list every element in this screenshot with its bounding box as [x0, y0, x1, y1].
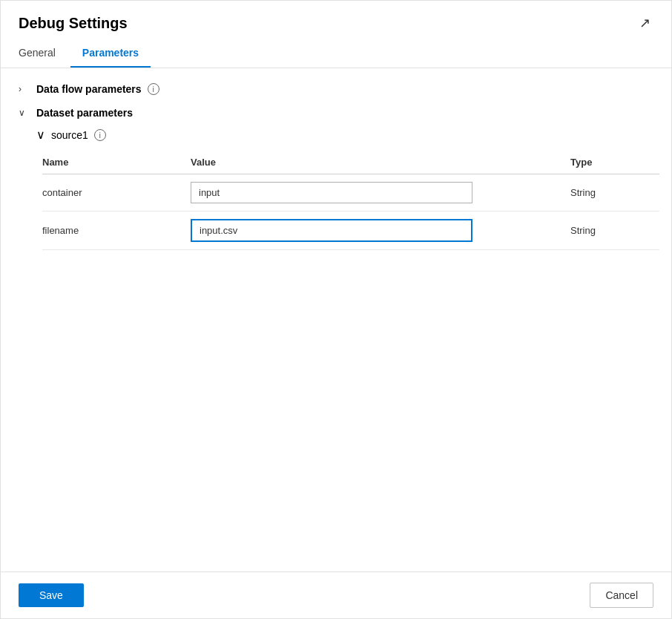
data-flow-info-icon[interactable]: i: [148, 83, 159, 95]
cancel-button[interactable]: Cancel: [590, 583, 653, 608]
col-header-value: Value: [191, 151, 570, 174]
save-button[interactable]: Save: [19, 583, 84, 607]
table-row: filename String: [42, 212, 659, 250]
source1-subsection: ∨ source1 i Name Value Type: [36, 128, 653, 250]
container-input[interactable]: [191, 182, 472, 203]
param-name-filename: filename: [42, 212, 191, 250]
col-header-name: Name: [42, 151, 191, 174]
data-flow-chevron: ›: [19, 84, 30, 94]
parameters-table: Name Value Type container String: [42, 151, 659, 250]
dialog-body: › Data flow parameters i ∨ Dataset param…: [1, 68, 671, 571]
tab-bar: General Parameters: [1, 41, 671, 68]
source1-title: source1: [51, 129, 88, 141]
param-value-filename: [191, 212, 570, 250]
data-flow-section-title: Data flow parameters: [36, 83, 142, 95]
filename-input[interactable]: [191, 219, 472, 242]
param-type-filename: String: [570, 212, 659, 250]
dialog-header: Debug Settings ↗: [1, 1, 671, 32]
source1-header[interactable]: ∨ source1 i: [36, 128, 653, 142]
table-row: container String: [42, 174, 659, 212]
dataset-chevron: ∨: [19, 108, 30, 118]
dataset-section-title: Dataset parameters: [36, 107, 133, 119]
param-type-container: String: [570, 174, 659, 212]
param-name-container: container: [42, 174, 191, 212]
source1-chevron: ∨: [36, 128, 45, 142]
source1-info-icon[interactable]: i: [94, 129, 106, 141]
data-flow-section-header[interactable]: › Data flow parameters i: [19, 83, 653, 95]
dataset-section: ∨ Dataset parameters ∨ source1 i Name Va…: [19, 107, 653, 250]
debug-settings-dialog: Debug Settings ↗ General Parameters › Da…: [0, 0, 672, 619]
param-value-container: [191, 174, 570, 212]
tab-parameters[interactable]: Parameters: [70, 41, 151, 68]
dataset-section-header[interactable]: ∨ Dataset parameters: [19, 107, 653, 119]
tab-general[interactable]: General: [19, 41, 67, 68]
table-header-row: Name Value Type: [42, 151, 659, 174]
data-flow-section: › Data flow parameters i: [19, 83, 653, 95]
expand-icon[interactable]: ↗: [636, 14, 653, 32]
dialog-title: Debug Settings: [19, 15, 128, 32]
col-header-type: Type: [570, 151, 659, 174]
dialog-footer: Save Cancel: [1, 571, 671, 618]
